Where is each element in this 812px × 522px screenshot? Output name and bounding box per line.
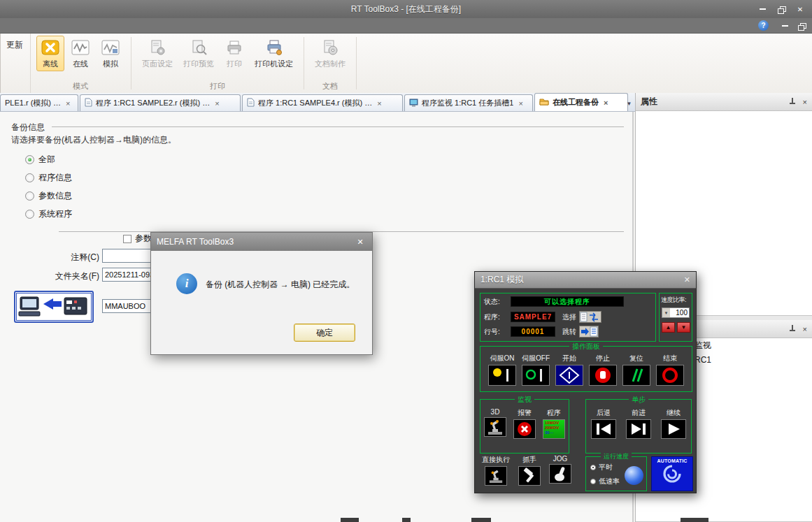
print-group-label: 打印 [210, 81, 225, 92]
window-titlebar: RT ToolBox3 - [在线工程备份] [0, 0, 812, 18]
servo-on-button[interactable] [488, 365, 516, 386]
low-speed-radio[interactable]: 低速率 [590, 477, 620, 486]
offline-label: 离线 [43, 59, 58, 69]
controller-to-pc-icon [16, 293, 92, 321]
update-button[interactable]: 更新 [0, 34, 31, 93]
jog-label: JOG [553, 455, 568, 463]
pin-icon[interactable] [789, 98, 796, 106]
close-icon[interactable]: × [803, 325, 807, 333]
online-mode-button[interactable]: 在线 [66, 36, 94, 71]
tab-overflow-button[interactable]: ▼ [625, 99, 634, 108]
line-jump-button[interactable] [579, 326, 599, 338]
step-forward-button[interactable] [626, 419, 651, 439]
program-select-button[interactable] [579, 311, 601, 323]
start-button[interactable] [555, 365, 583, 386]
simulation-icon [101, 38, 120, 57]
step-back-icon [594, 422, 613, 436]
step-forward-label: 前进 [632, 408, 646, 418]
tab-close-icon[interactable]: × [377, 99, 381, 108]
backup-direction-graphic [14, 291, 94, 323]
direct-exec-button[interactable] [485, 466, 507, 486]
print-label: 打印 [227, 59, 242, 69]
child-restore-button[interactable] [795, 20, 808, 31]
status-label: 状态: [484, 297, 508, 307]
tab-close-icon[interactable]: × [604, 99, 608, 107]
restore-icon [778, 6, 785, 13]
radio-label: 参数信息 [38, 190, 72, 202]
parameter-checkbox-row[interactable]: 参数 [123, 233, 152, 245]
print-preview-icon [189, 38, 208, 57]
tab-close-icon[interactable]: × [66, 99, 70, 108]
tab-online-backup[interactable]: 在线工程备份 × [534, 93, 628, 111]
window-restore-button[interactable] [774, 3, 789, 15]
ribbon-separator [131, 37, 131, 89]
online-label: 在线 [73, 59, 88, 69]
combo-dropdown-icon[interactable]: ▼ [662, 308, 670, 317]
servo-off-button[interactable] [522, 365, 550, 386]
close-icon[interactable]: × [803, 98, 807, 106]
continue-label: 继续 [667, 408, 681, 418]
sim-panel-titlebar[interactable]: 1:RC1 模拟 ✕ [475, 272, 696, 289]
ok-button[interactable]: 确定 [294, 324, 355, 342]
stop-button[interactable] [589, 365, 617, 386]
operation-panel-group: 操作面板 伺服ON 伺服OFF 开始 [480, 346, 692, 392]
speed-down-button[interactable]: ▼ [677, 322, 690, 333]
radio-option-program[interactable]: 程序信息 [25, 172, 72, 184]
monitor-3d-button[interactable] [484, 417, 506, 437]
step-forward-icon [629, 422, 648, 436]
speed-up-button[interactable]: ▲ [662, 322, 675, 333]
dialog-title: MELFA RT ToolBox3 [157, 237, 348, 247]
radio-option-all[interactable]: 全部 [25, 154, 55, 166]
normal-speed-radio[interactable]: 平时 [590, 463, 613, 472]
tab-sample4[interactable]: 程序 1:RC1 SAMPLE4.r (模拟) … × [242, 94, 403, 111]
comment-label: 注释(C) [21, 252, 99, 263]
tab-close-icon[interactable]: × [215, 99, 219, 108]
tab-program-monitor[interactable]: 程序监视 1:RC1 任务插槽1 × [404, 94, 533, 111]
robot-exec-icon [487, 468, 504, 484]
alarm-button[interactable] [513, 419, 536, 439]
tab-close-icon[interactable]: × [518, 99, 522, 108]
end-button[interactable] [656, 365, 684, 386]
automatic-button[interactable]: AUTOMATIC [651, 456, 693, 491]
tab-sample1[interactable]: PLE1.r (模拟) … × [0, 94, 78, 111]
monitor-group: 监视 3D 报警 程序 [480, 399, 569, 454]
low-speed-label: 低速率 [599, 477, 620, 486]
dialog-titlebar[interactable]: MELFA RT ToolBox3 ✕ [151, 233, 372, 251]
hand-button[interactable] [518, 466, 541, 486]
reset-icon [624, 366, 649, 384]
radio-option-parameter[interactable]: 参数信息 [25, 190, 72, 202]
start-label: 开始 [562, 354, 576, 363]
sim-close-icon[interactable]: ✕ [684, 275, 690, 284]
program-display: SAMPLE7 [511, 312, 555, 322]
continue-button[interactable] [661, 419, 686, 439]
child-minimize-button[interactable] [778, 20, 791, 31]
window-close-button[interactable]: ✕ [792, 3, 808, 15]
print-icon [225, 38, 244, 57]
simulation-mode-button[interactable]: 模拟 [97, 36, 124, 71]
ribbon-toolbar: 更新 离线 在线 [0, 34, 812, 94]
dialog-close-button[interactable]: ✕ [348, 233, 372, 251]
simulation-label: 模拟 [103, 59, 118, 69]
radio-option-system[interactable]: 系统程序 [25, 208, 72, 220]
application-window: RT ToolBox3 - [在线工程备份] ✕ ? 更新 离线 [0, 0, 812, 522]
dialog-message: 备份 (机器人控制器 → 电脑) 已经完成。 [206, 279, 355, 291]
backup-info-group-title: 备份信息 [11, 122, 45, 133]
sim-panel-body: 状态: 可以选择程序 程序: SAMPLE7 选择 [475, 289, 696, 493]
backup-instruction-text: 请选择要备份(机器人控制器→电脑)的信息。 [11, 134, 176, 146]
step-back-label: 后退 [597, 408, 611, 418]
pin-icon[interactable] [789, 325, 796, 333]
offline-mode-button[interactable]: 离线 [36, 36, 64, 71]
status-display: 可以选择程序 [511, 296, 624, 307]
window-minimize-button[interactable] [755, 3, 770, 15]
step-back-button[interactable] [591, 419, 616, 439]
jog-button[interactable] [549, 464, 571, 484]
hand-label: 抓手 [522, 455, 536, 465]
checkbox-icon [123, 235, 131, 243]
run-speed-title: 运行速度 [601, 452, 632, 461]
program-monitor-button[interactable]: 10MOV 20MOV 30··· [543, 419, 565, 439]
speed-ratio-combo[interactable]: ▼ 100 [662, 307, 690, 318]
reset-button[interactable] [622, 365, 650, 386]
help-icon[interactable]: ? [758, 20, 769, 31]
printer-setup-button[interactable]: 打印机设定 [250, 36, 297, 71]
tab-sample2[interactable]: 程序 1:RC1 SAMPLE2.r (模拟) … × [80, 94, 241, 111]
